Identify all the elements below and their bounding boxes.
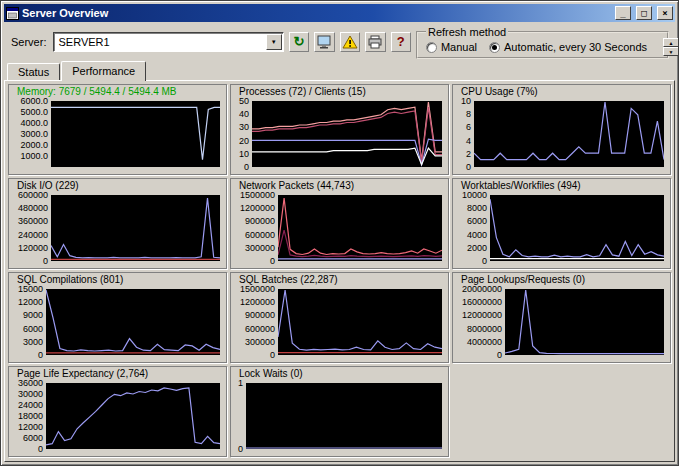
plot-worktables-workfiles xyxy=(490,195,664,261)
y-axis-processes-clients: 50403020100 xyxy=(234,98,252,172)
y-tick-label: 600000 xyxy=(18,191,48,200)
app-icon xyxy=(6,7,19,20)
series-page-life-blue xyxy=(46,388,220,445)
help-button[interactable]: ? xyxy=(391,32,411,52)
y-tick-label: 0 xyxy=(38,445,43,454)
y-tick-label: 0 xyxy=(244,163,249,172)
y-axis-lock-waits: 10 xyxy=(234,380,246,454)
y-tick-label: 20000000 xyxy=(462,285,502,294)
tab-performance[interactable]: Performance xyxy=(61,61,146,81)
y-tick-label: 4 xyxy=(466,137,471,146)
series-processes-maroon xyxy=(252,107,442,162)
chart-body-network-packets: 150000012000009000006000003000000 xyxy=(234,192,445,266)
refresh-button[interactable]: ↻ xyxy=(289,32,309,52)
series-lookups-blue xyxy=(505,290,664,354)
chart-title-processes-clients: Processes (72) / Clients (15) xyxy=(234,86,445,98)
y-tick-label: 24000 xyxy=(18,401,43,410)
series-batches-blue xyxy=(278,290,442,350)
y-tick-label: 18000 xyxy=(18,412,43,421)
y-tick-label: 10 xyxy=(461,97,471,106)
chart-memory: Memory: 7679 / 5494.4 / 5494.4 MB6000.05… xyxy=(8,84,227,175)
performance-tab-panel: Memory: 7679 / 5494.4 / 5494.4 MB6000.05… xyxy=(4,80,675,462)
chart-worktables-workfiles: Worktables/Workfiles (494)10000800060004… xyxy=(452,178,671,269)
tab-status[interactable]: Status xyxy=(7,63,60,80)
printer-icon xyxy=(367,34,383,50)
window-controls: _ □ × xyxy=(613,6,673,21)
chart-body-sql-batches: 150000012000009000006000003000000 xyxy=(234,286,445,360)
y-tick-label: 6000 xyxy=(23,325,43,334)
y-tick-label: 16000000 xyxy=(462,298,502,307)
y-tick-label: 1200000 xyxy=(240,298,275,307)
y-tick-label: 0 xyxy=(238,445,243,454)
server-combobox[interactable]: SERVER1 ▼ xyxy=(53,32,283,52)
server-monitor-icon xyxy=(316,34,332,50)
chart-title-worktables-workfiles: Worktables/Workfiles (494) xyxy=(456,180,667,192)
titlebar[interactable]: Server Overview _ □ × xyxy=(4,4,675,22)
close-button[interactable]: × xyxy=(657,6,673,20)
y-tick-label: 1500000 xyxy=(240,191,275,200)
chart-cpu-usage: CPU Usage (7%)1086420 xyxy=(452,84,671,175)
chart-body-worktables-workfiles: 1000080006000400020000 xyxy=(456,192,667,266)
radio-automatic-label: Automatic, every 30 Seconds xyxy=(504,41,647,53)
y-tick-label: 360000 xyxy=(18,217,48,226)
charts-grid: Memory: 7679 / 5494.4 / 5494.4 MB6000.05… xyxy=(8,84,671,458)
radio-automatic[interactable]: Automatic, every 30 Seconds xyxy=(489,41,647,53)
chart-disk-io: Disk I/O (229)60000048000036000024000012… xyxy=(8,178,227,269)
y-tick-label: 1500000 xyxy=(240,285,275,294)
y-tick-label: 480000 xyxy=(18,204,48,213)
y-axis-network-packets: 150000012000009000006000003000000 xyxy=(234,192,278,266)
interval-spin-up[interactable]: ▲ xyxy=(663,38,679,47)
y-tick-label: 2000.0 xyxy=(20,141,48,150)
y-tick-label: 6000 xyxy=(467,217,487,226)
y-tick-label: 1 xyxy=(238,379,243,388)
plot-cpu-usage xyxy=(474,101,664,167)
series-packets-pink xyxy=(278,198,442,254)
y-tick-label: 600000 xyxy=(245,325,275,334)
chart-lock-waits: Lock Waits (0)10 xyxy=(230,366,449,457)
y-tick-label: 30 xyxy=(239,123,249,132)
y-tick-label: 300000 xyxy=(245,338,275,347)
radio-manual[interactable]: Manual xyxy=(426,41,477,53)
chart-sql-batches: SQL Batches (22,287)15000001200000900000… xyxy=(230,272,449,363)
y-tick-label: 6000 xyxy=(23,434,43,443)
plot-disk-io xyxy=(51,195,220,261)
chart-title-cpu-usage: CPU Usage (7%) xyxy=(456,86,667,98)
y-axis-sql-compilations: 15000120009000600030000 xyxy=(12,286,46,360)
refresh-method-group: Refresh method Manual Automatic, every 3… xyxy=(416,26,669,59)
monitor-button[interactable] xyxy=(314,32,334,52)
help-icon: ? xyxy=(397,35,405,48)
y-tick-label: 2 xyxy=(466,150,471,159)
plot-sql-compilations xyxy=(46,289,220,355)
series-cpu-percent xyxy=(474,102,664,160)
y-tick-label: 0 xyxy=(43,257,48,266)
y-tick-label: 9000 xyxy=(23,311,43,320)
y-tick-label: 15000 xyxy=(18,285,43,294)
server-label: Server: xyxy=(11,36,46,48)
y-tick-label: 0 xyxy=(270,257,275,266)
y-tick-label: 0 xyxy=(38,351,43,360)
chart-body-cpu-usage: 1086420 xyxy=(456,98,667,172)
y-tick-label: 12000 xyxy=(18,423,43,432)
y-tick-label: 10 xyxy=(239,150,249,159)
chart-network-packets: Network Packets (44,743)1500000120000090… xyxy=(230,178,449,269)
y-tick-label: 6000.0 xyxy=(20,97,48,106)
y-tick-label: 0 xyxy=(466,163,471,172)
interval-spin-down[interactable]: ▼ xyxy=(663,47,679,56)
print-button[interactable] xyxy=(365,32,385,52)
alerts-button[interactable] xyxy=(340,32,360,52)
refresh-method-legend: Refresh method xyxy=(426,26,508,38)
y-tick-label: 50 xyxy=(239,97,249,106)
radio-manual-label: Manual xyxy=(441,41,477,53)
y-axis-worktables-workfiles: 1000080006000400020000 xyxy=(456,192,490,266)
toolbar: Server: SERVER1 ▼ ↻ xyxy=(4,22,675,61)
maximize-button[interactable]: □ xyxy=(636,6,652,20)
series-clients-white xyxy=(252,148,442,165)
y-tick-label: 0 xyxy=(482,257,487,266)
y-axis-page-life-expectancy: 360003000024000180001200060000 xyxy=(12,380,46,454)
y-tick-label: 2000 xyxy=(467,244,487,253)
radio-manual-icon xyxy=(426,42,437,53)
combobox-dropdown-arrow-icon[interactable]: ▼ xyxy=(266,34,282,50)
minimize-button[interactable]: _ xyxy=(615,6,631,20)
plot-processes-clients xyxy=(252,101,442,167)
chart-body-page-life-expectancy: 360003000024000180001200060000 xyxy=(12,380,223,454)
